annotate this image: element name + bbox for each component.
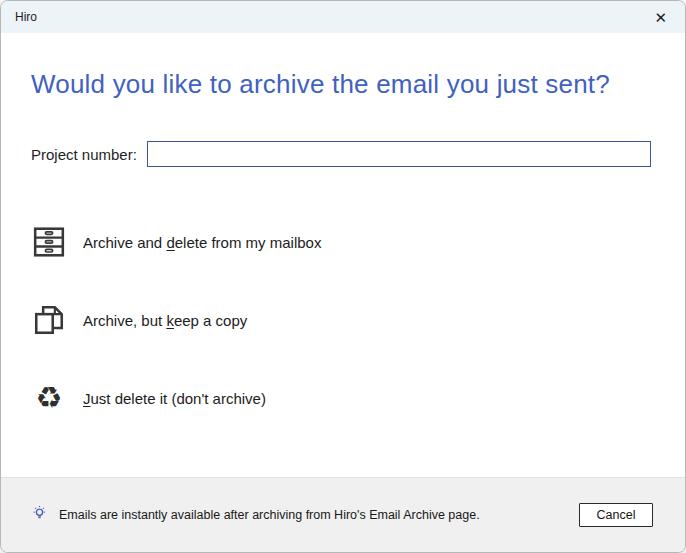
option-label: Archive, but keep a copy [83,312,247,329]
dialog-footer: Emails are instantly available after arc… [1,477,685,552]
project-number-row: Project number: [31,141,651,167]
window-title: Hiro [15,10,646,24]
label-suffix: ust delete it (don't archive) [91,390,266,407]
close-button[interactable]: ✕ [646,6,675,29]
label-suffix: elete from my mailbox [175,234,322,251]
option-just-delete[interactable]: ♻ Just delete it (don't archive) [31,381,651,415]
title-bar: Hiro ✕ [1,1,685,33]
label-prefix: Archive, but [83,312,166,329]
label-accelerator: d [166,234,174,251]
project-number-input[interactable] [147,141,651,167]
option-archive-and-delete[interactable]: Archive and delete from my mailbox [31,225,651,259]
copy-pages-icon [31,303,67,337]
recycle-glyph: ♻ [36,383,63,413]
option-archive-keep-copy[interactable]: Archive, but keep a copy [31,303,651,337]
dialog-heading: Would you like to archive the email you … [31,67,651,101]
label-suffix: eep a copy [174,312,247,329]
footer-tip: Emails are instantly available after arc… [31,505,579,526]
footer-tip-text: Emails are instantly available after arc… [59,508,480,522]
file-drawers-icon [31,225,67,259]
cancel-button[interactable]: Cancel [579,503,653,527]
label-prefix: Archive and [83,234,166,251]
close-icon: ✕ [654,9,667,26]
label-accelerator: J [83,390,91,407]
lightbulb-icon [31,505,48,526]
recycle-icon: ♻ [31,381,67,415]
option-label: Archive and delete from my mailbox [83,234,321,251]
dialog-body: Would you like to archive the email you … [1,33,685,477]
option-label: Just delete it (don't archive) [83,390,266,407]
hiro-dialog: Hiro ✕ Would you like to archive the ema… [0,0,686,553]
project-number-label: Project number: [31,146,137,163]
label-accelerator: k [166,312,174,329]
